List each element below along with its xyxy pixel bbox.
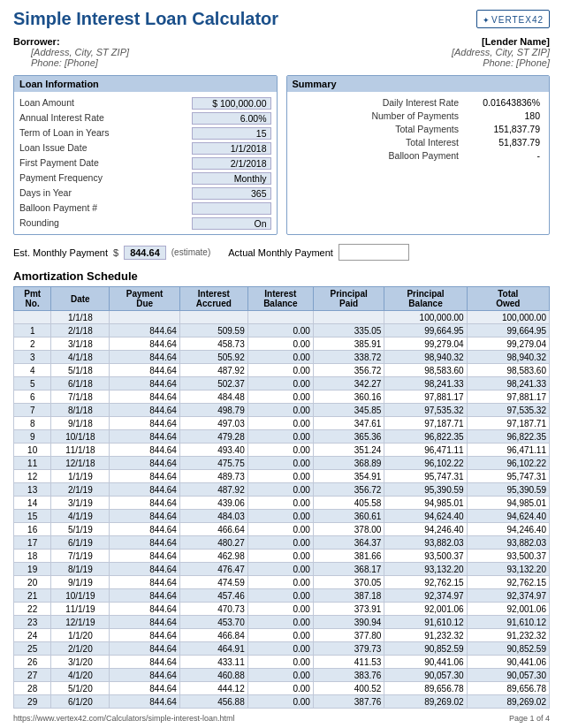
cell-interest-accrued: 458.73: [179, 337, 247, 351]
cell-principal-balance: 98,241.33: [384, 377, 467, 391]
cell-date: 6/1/19: [51, 536, 110, 550]
cell-total-owed: 96,102.22: [467, 457, 549, 470]
cell-interest-balance: 0.00: [247, 351, 313, 364]
table-row: 12 1/1/19 844.64 489.73 0.00 354.91 95,7…: [14, 470, 550, 483]
cell-interest-accrued: 498.79: [179, 404, 247, 417]
table-row: 21 10/1/19 844.64 457.46 0.00 387.18 92,…: [14, 589, 550, 603]
cell-interest-accrued: 466.84: [179, 629, 247, 642]
amort-table: PmtNo. Date PaymentDue InterestAccrued I…: [13, 286, 550, 709]
footer-url: https://www.vertex42.com/Calculators/sim…: [13, 714, 235, 723]
cell-principal-balance: 97,535.32: [384, 404, 467, 417]
table-row: 19 8/1/19 844.64 476.47 0.00 368.17 93,1…: [14, 563, 550, 576]
col-date: Date: [51, 287, 110, 311]
cell-pmt-no: 23: [14, 616, 51, 629]
cell-principal-paid: 387.18: [313, 589, 384, 603]
table-row: 20 9/1/19 844.64 474.59 0.00 370.05 92,7…: [14, 576, 550, 589]
frequency-row: Payment Frequency Monthly: [19, 171, 271, 186]
cell-date: 12/1/18: [51, 457, 110, 470]
table-row: 15 4/1/19 844.64 484.03 0.00 360.61 94,6…: [14, 510, 550, 523]
summary-header: Summary: [287, 76, 550, 92]
daily-rate-label: Daily Interest Rate: [293, 97, 465, 108]
cell-interest-balance: 0.00: [247, 576, 313, 589]
cell-principal-paid: 335.05: [313, 324, 384, 337]
cell-payment: 844.64: [110, 616, 180, 629]
total-payments-row: Total Payments 151,837.79: [293, 122, 544, 135]
logo: ✦ vertex42: [476, 10, 550, 28]
cell-interest-accrued: 466.64: [179, 523, 247, 536]
cell-interest-accrued: 487.92: [179, 364, 247, 377]
cell-total-owed: 92,374.97: [467, 589, 549, 603]
cell-date: 5/1/20: [51, 682, 110, 695]
loan-amount-row: Loan Amount $ 100,000.00: [19, 95, 271, 110]
actual-monthly-input[interactable]: [339, 244, 409, 261]
total-interest-value: 51,837.79: [464, 137, 544, 148]
cell-principal-balance: 89,269.02: [384, 695, 467, 709]
cell-principal-balance: 89,656.78: [384, 682, 467, 695]
cell-total-owed: 97,187.71: [467, 417, 549, 430]
cell-pmt-no: 12: [14, 470, 51, 483]
cell-principal-paid: 400.52: [313, 682, 384, 695]
cell-total-owed: 97,535.32: [467, 404, 549, 417]
cell-pmt-no: 20: [14, 576, 51, 589]
cell-principal-paid: 364.37: [313, 536, 384, 550]
cell-payment: 844.64: [110, 642, 180, 656]
summary-content: Daily Interest Rate 0.01643836% Number o…: [287, 92, 550, 165]
init-principal-balance: 100,000.00: [384, 311, 467, 324]
cell-interest-accrued: 475.75: [179, 457, 247, 470]
cell-interest-accrued: 479.28: [179, 430, 247, 444]
cell-interest-balance: 0.00: [247, 523, 313, 536]
cell-interest-balance: 0.00: [247, 444, 313, 457]
loan-info-content: Loan Amount $ 100,000.00 Annual Interest…: [14, 92, 277, 234]
cell-principal-paid: 390.94: [313, 616, 384, 629]
cell-total-owed: 91,232.32: [467, 629, 549, 642]
cell-interest-accrued: 444.12: [179, 682, 247, 695]
cell-principal-paid: 342.27: [313, 377, 384, 391]
frequency-label: Payment Frequency: [19, 172, 103, 185]
col-total-owed: TotalOwed: [467, 287, 549, 311]
cell-total-owed: 93,500.37: [467, 550, 549, 563]
est-monthly-label: Est. Monthly Payment: [13, 247, 108, 258]
cell-date: 11/1/19: [51, 603, 110, 616]
cell-principal-balance: 97,187.71: [384, 417, 467, 430]
table-row: 18 7/1/19 844.64 462.98 0.00 381.66 93,5…: [14, 550, 550, 563]
cell-total-owed: 93,882.03: [467, 536, 549, 550]
cell-principal-balance: 96,102.22: [384, 457, 467, 470]
total-payments-value: 151,837.79: [464, 124, 544, 134]
cell-payment: 844.64: [110, 470, 180, 483]
total-payments-label: Total Payments: [293, 124, 465, 134]
cell-interest-balance: 0.00: [247, 695, 313, 709]
table-row: 27 4/1/20 844.64 460.88 0.00 383.76 90,0…: [14, 669, 550, 682]
cell-interest-accrued: 439.06: [179, 497, 247, 510]
cell-principal-balance: 93,132.20: [384, 563, 467, 576]
table-row: 1 2/1/18 844.64 509.59 0.00 335.05 99,66…: [14, 324, 550, 337]
cell-interest-balance: 0.00: [247, 603, 313, 616]
num-payments-value: 180: [464, 110, 544, 121]
cell-date: 3/1/18: [51, 337, 110, 351]
cell-date: 5/1/19: [51, 523, 110, 536]
daily-rate-value: 0.01643836%: [464, 97, 544, 108]
num-payments-label: Number of Payments: [293, 110, 465, 121]
cell-pmt-no: 15: [14, 510, 51, 523]
cell-pmt-no: 22: [14, 603, 51, 616]
cell-principal-paid: 365.36: [313, 430, 384, 444]
cell-interest-balance: 0.00: [247, 364, 313, 377]
cell-payment: 844.64: [110, 510, 180, 523]
cell-interest-balance: 0.00: [247, 642, 313, 656]
est-note: (estimate): [171, 247, 210, 257]
cell-date: 1/1/20: [51, 629, 110, 642]
issue-date-value: 1/1/2018: [192, 142, 271, 155]
cell-principal-paid: 338.72: [313, 351, 384, 364]
actual-monthly-label: Actual Monthly Payment: [228, 247, 333, 258]
cell-pmt-no: 19: [14, 563, 51, 576]
cell-principal-paid: 370.05: [313, 576, 384, 589]
cell-payment: 844.64: [110, 695, 180, 709]
balloon-value: [192, 202, 271, 215]
cell-payment: 844.64: [110, 536, 180, 550]
cell-principal-paid: 368.17: [313, 563, 384, 576]
cell-interest-balance: 0.00: [247, 616, 313, 629]
cell-interest-accrued: 484.48: [179, 391, 247, 404]
cell-date: 2/1/19: [51, 483, 110, 497]
cell-principal-balance: 91,232.32: [384, 629, 467, 642]
header: Simple Interest Loan Calculator ✦ vertex…: [13, 9, 550, 29]
cell-pmt-no: 9: [14, 430, 51, 444]
